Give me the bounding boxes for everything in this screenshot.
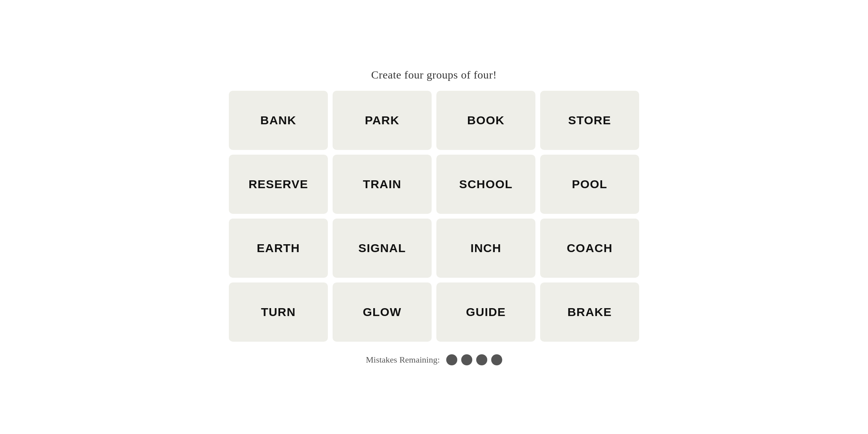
mistakes-label: Mistakes Remaining: bbox=[366, 355, 440, 365]
mistake-dot-4 bbox=[491, 354, 502, 365]
mistake-dot-3 bbox=[476, 354, 487, 365]
word-tile-school[interactable]: SCHOOL bbox=[436, 155, 535, 214]
word-tile-store[interactable]: STORE bbox=[540, 91, 639, 150]
word-label-inch: INCH bbox=[470, 241, 501, 255]
word-label-bank: BANK bbox=[260, 114, 296, 127]
mistake-dot-1 bbox=[446, 354, 457, 365]
word-label-brake: BRAKE bbox=[567, 305, 612, 319]
word-label-guide: GUIDE bbox=[466, 305, 506, 319]
mistakes-section: Mistakes Remaining: bbox=[366, 354, 502, 365]
mistakes-dots bbox=[446, 354, 502, 365]
word-label-turn: TURN bbox=[261, 305, 296, 319]
mistake-dot-2 bbox=[461, 354, 472, 365]
word-tile-bank[interactable]: BANK bbox=[229, 91, 328, 150]
word-tile-reserve[interactable]: RESERVE bbox=[229, 155, 328, 214]
word-label-book: BOOK bbox=[467, 114, 505, 127]
word-label-store: STORE bbox=[568, 114, 611, 127]
word-label-earth: EARTH bbox=[257, 241, 300, 255]
word-grid: BANKPARKBOOKSTORERESERVETRAINSCHOOLPOOLE… bbox=[229, 91, 639, 342]
word-label-signal: SIGNAL bbox=[358, 241, 406, 255]
word-tile-earth[interactable]: EARTH bbox=[229, 219, 328, 278]
word-tile-glow[interactable]: GLOW bbox=[333, 282, 432, 342]
word-label-train: TRAIN bbox=[363, 178, 402, 191]
word-label-reserve: RESERVE bbox=[249, 178, 308, 191]
word-tile-inch[interactable]: INCH bbox=[436, 219, 535, 278]
word-label-pool: POOL bbox=[572, 178, 608, 191]
word-tile-train[interactable]: TRAIN bbox=[333, 155, 432, 214]
word-tile-guide[interactable]: GUIDE bbox=[436, 282, 535, 342]
word-tile-book[interactable]: BOOK bbox=[436, 91, 535, 150]
word-tile-pool[interactable]: POOL bbox=[540, 155, 639, 214]
subtitle: Create four groups of four! bbox=[371, 69, 497, 81]
game-container: Create four groups of four! BANKPARKBOOK… bbox=[229, 69, 639, 365]
word-tile-park[interactable]: PARK bbox=[333, 91, 432, 150]
word-tile-turn[interactable]: TURN bbox=[229, 282, 328, 342]
word-tile-coach[interactable]: COACH bbox=[540, 219, 639, 278]
word-label-park: PARK bbox=[365, 114, 400, 127]
word-label-coach: COACH bbox=[567, 241, 613, 255]
word-tile-brake[interactable]: BRAKE bbox=[540, 282, 639, 342]
word-label-school: SCHOOL bbox=[459, 178, 513, 191]
word-tile-signal[interactable]: SIGNAL bbox=[333, 219, 432, 278]
word-label-glow: GLOW bbox=[363, 305, 401, 319]
